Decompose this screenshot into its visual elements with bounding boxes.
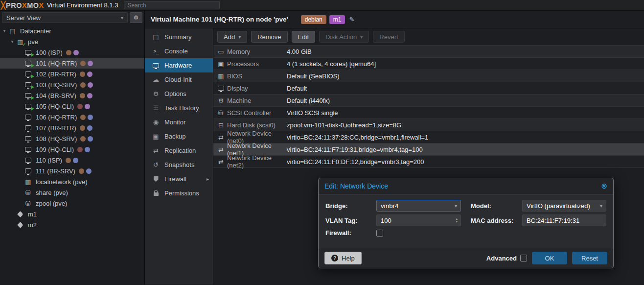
tree-item-zpool-pve[interactable]: ⛁zpool (pve) (0, 198, 144, 209)
vlan-tag-label: VLAN Tag: (325, 217, 376, 224)
node-icon: ▥✓ (16, 38, 25, 46)
nav-item-hardware[interactable]: Hardware (145, 58, 213, 72)
monitor-icon (151, 63, 161, 68)
tree-item-105-hq-cli[interactable]: 105 (HQ-CLI) (0, 101, 144, 112)
tree-item-104-br-srv[interactable]: 104 (BR-SRV) (0, 90, 144, 101)
tree-item-label: pve (28, 38, 38, 46)
tag-dots (80, 115, 93, 120)
tree-item-datacenter[interactable]: ▾▤Datacenter (0, 25, 144, 36)
model-combobox[interactable]: VirtIO (paravirtualized) ▾ (522, 200, 606, 212)
tree-item-111-br-srv[interactable]: 111 (BR-SRV) (0, 166, 144, 176)
hardware-row-bios[interactable]: ▥BIOSDefault (SeaBIOS) (213, 70, 644, 82)
tree-item-103-hq-srv[interactable]: 103 (HQ-SRV) (0, 79, 144, 90)
tag-dot (88, 136, 93, 142)
bridge-combobox[interactable]: vmbr4 ▾ (376, 200, 461, 212)
vlan-tag-input[interactable] (381, 217, 457, 224)
hardware-row-scsi-controller[interactable]: ⛁SCSI ControllerVirtIO SCSI single (213, 107, 644, 119)
tag-dot (80, 61, 86, 66)
tree-item-label: 104 (BR-SRV) (36, 92, 76, 99)
hardware-value: VirtIO SCSI single (287, 109, 338, 117)
nav-item-task-history[interactable]: ☰Task History (145, 101, 213, 115)
edit-tags-pencil-icon[interactable]: ✎ (349, 16, 354, 23)
dialog-header[interactable]: Edit: Network Device ⊗ (319, 178, 613, 194)
tag-dot (88, 61, 93, 66)
tree-item-102-br-rtr[interactable]: 102 (BR-RTR) (0, 69, 144, 79)
hardware-row-processors[interactable]: ▣Processors4 (1 sockets, 4 cores) [qemu6… (213, 58, 644, 70)
search-input[interactable] (124, 1, 220, 9)
tree-item-label: 108 (HQ-SRV) (36, 135, 77, 142)
chevron-down-icon: ▾ (238, 34, 241, 40)
nav-item-replication[interactable]: ⇄Replication (145, 143, 213, 158)
tree-item-108-hq-srv[interactable]: 108 (HQ-SRV) (0, 133, 144, 144)
tree-item-pve[interactable]: ▾▥✓pve (0, 36, 144, 47)
close-icon[interactable]: ⊗ (601, 182, 607, 190)
tag-dot (80, 93, 85, 98)
nav-item-cloud-init[interactable]: ☁Cloud-Init (145, 72, 213, 87)
tree-item-label: 100 (ISP) (36, 49, 63, 56)
bridge-label: Bridge: (325, 202, 376, 210)
nav-item-label: Console (164, 48, 188, 55)
vm-tag-m1: m1 (329, 15, 345, 24)
tree-item-107-br-rtr[interactable]: 107 (BR-RTR) (0, 122, 144, 133)
nav-item-label: Backup (164, 133, 185, 140)
hardware-row-memory[interactable]: ▭Memory4.00 GiB (213, 46, 644, 58)
tree-item-share-pve[interactable]: ⛁share (pve) (0, 187, 144, 198)
nav-item-firewall[interactable]: Firewall▸ (145, 172, 213, 186)
nav-item-label: Options (164, 90, 186, 97)
hardware-row-display[interactable]: DisplayDefault (213, 82, 644, 95)
tree-item-110-isp[interactable]: 110 (ISP) (0, 155, 144, 166)
view-selector[interactable]: Server View ▾ (2, 12, 128, 23)
hardware-value: 4.00 GiB (287, 48, 312, 55)
tree-item-label: 110 (ISP) (36, 157, 62, 164)
tag-dot (88, 82, 93, 88)
nav-item-backup[interactable]: ▣Backup (145, 129, 213, 143)
advanced-checkbox[interactable] (520, 255, 527, 261)
add-button[interactable]: Add▾ (217, 31, 247, 43)
tree-item-m1[interactable]: m1 (0, 209, 144, 219)
tag-dots (80, 82, 93, 88)
vm-icon (23, 71, 33, 76)
tree-settings-button[interactable]: ⚙ (130, 12, 142, 23)
number-spinner-icon[interactable]: ▴▾ (456, 217, 458, 223)
ok-button[interactable]: OK (532, 252, 567, 264)
nav-item-permissions[interactable]: Permissions (145, 186, 213, 200)
tag-dot (80, 71, 85, 77)
nav-item-console[interactable]: >_Console (145, 44, 213, 58)
hardware-key: Processors (227, 60, 287, 68)
running-play-icon (31, 53, 34, 57)
vm-tags: debianm1 (301, 15, 345, 24)
tag-dot (80, 136, 86, 142)
hardware-row-machine[interactable]: ⚙MachineDefault (i440fx) (213, 95, 644, 107)
nav-item-label: Hardware (164, 62, 192, 69)
tree-item-label: 103 (HQ-SRV) (36, 81, 77, 89)
nav-item-options[interactable]: ⚙Options (145, 87, 213, 101)
resource-tree: ▾▤Datacenter▾▥✓pve100 (ISP)101 (HQ-RTR)1… (0, 24, 144, 230)
model-value: VirtIO (paravirtualized) (527, 202, 590, 210)
tree-item-localnetwork-pve[interactable]: ▦localnetwork (pve) (0, 176, 144, 187)
edit-button[interactable]: Edit (292, 31, 315, 43)
hardware-row-network-device-net2[interactable]: ⇄Network Device (net2)virtio=BC:24:11:F0… (213, 156, 644, 168)
tree-item-109-hq-cli[interactable]: 109 (HQ-CLI) (0, 144, 144, 155)
network-grid-icon: ▦ (23, 178, 33, 186)
tree-item-106-hq-rtr[interactable]: 106 (HQ-RTR) (0, 112, 144, 122)
nav-item-snapshots[interactable]: ↺Snapshots (145, 158, 213, 172)
replication-icon: ⇄ (151, 147, 161, 154)
remove-button[interactable]: Remove (251, 31, 287, 43)
reset-button[interactable]: Reset (572, 252, 607, 264)
tag-dot (80, 115, 86, 120)
tree-item-100-isp[interactable]: 100 (ISP) (0, 47, 144, 58)
hardware-value: virtio=BC:24:11:37:28:CC,bridge=vmbr1,fi… (287, 134, 428, 141)
help-button[interactable]: ? Help (324, 252, 362, 264)
help-button-label: Help (342, 255, 355, 262)
tree-item-101-hq-rtr[interactable]: 101 (HQ-RTR) (0, 58, 144, 69)
nav-item-summary[interactable]: ▤Summary (145, 30, 213, 44)
mac-address-input[interactable] (527, 217, 602, 224)
nav-item-monitor[interactable]: ◉Monitor (145, 115, 213, 129)
eye-icon: ◉ (151, 119, 161, 126)
hardware-value: Default (SeaBIOS) (287, 72, 340, 80)
tag-dot (79, 168, 84, 174)
firewall-checkbox[interactable] (376, 230, 383, 237)
tag-dot (73, 158, 78, 163)
tree-item-m2[interactable]: m2 (0, 219, 144, 230)
tree-item-label: 106 (HQ-RTR) (36, 114, 77, 121)
